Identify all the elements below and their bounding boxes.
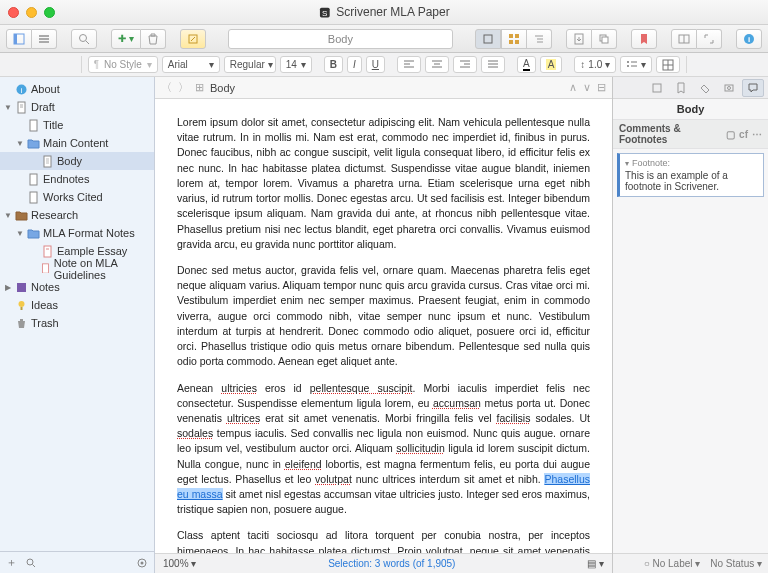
trash-item-button[interactable]: [141, 29, 166, 49]
inspector-comments-tab[interactable]: [742, 79, 764, 97]
footnote-body[interactable]: This is an example of a footnote in Scri…: [625, 170, 758, 192]
chevron-down-icon[interactable]: ▾: [625, 159, 629, 168]
binder-row-main-content[interactable]: ▼Main Content: [0, 134, 154, 152]
italic-button[interactable]: I: [347, 56, 362, 73]
font-size-picker[interactable]: 14 ▾: [280, 56, 312, 73]
inspector-toggle-button[interactable]: i: [736, 29, 762, 49]
binder-row-works-cited[interactable]: Works Cited: [0, 188, 154, 206]
search-button[interactable]: [71, 29, 97, 49]
add-item-button[interactable]: ✚ ▾: [111, 29, 141, 49]
inspector-section-options[interactable]: ⋯: [752, 129, 762, 140]
status-picker[interactable]: No Status ▾: [710, 558, 762, 569]
editor-text-area[interactable]: Lorem ipsum dolor sit amet, consectetur …: [155, 99, 612, 553]
zoom-picker[interactable]: 100% ▾: [163, 558, 196, 569]
quickref-button[interactable]: [592, 29, 617, 49]
align-center-button[interactable]: [425, 56, 449, 73]
editor-view-button[interactable]: [475, 29, 501, 49]
binder-row-draft[interactable]: ▼Draft: [0, 98, 154, 116]
svg-rect-14: [515, 40, 519, 44]
inspector-bookmarks-tab[interactable]: [670, 79, 692, 97]
layouts-button[interactable]: [671, 29, 697, 49]
window-title-text: Scrivener MLA Paper: [336, 5, 449, 19]
text-icon: [40, 263, 51, 276]
chevron-down-icon[interactable]: ▼: [4, 103, 12, 111]
view-mode-segment: [475, 29, 552, 49]
close-window-button[interactable]: [8, 7, 19, 18]
compile-button[interactable]: [566, 29, 592, 49]
svg-rect-59: [17, 283, 26, 292]
binder-row-research[interactable]: ▼Research: [0, 206, 154, 224]
svg-point-37: [627, 61, 629, 63]
inspector-snapshots-tab[interactable]: [718, 79, 740, 97]
inspector-metadata-tab[interactable]: [694, 79, 716, 97]
add-footnote-button[interactable]: cf: [739, 129, 748, 140]
inspector-footer: ○ No Label ▾ No Status ▾: [613, 553, 768, 573]
font-weight-picker[interactable]: Regular ▾: [224, 56, 276, 73]
binder-row-ideas[interactable]: Ideas: [0, 296, 154, 314]
nav-forward-button[interactable]: 〉: [178, 80, 189, 95]
outline-view-button[interactable]: [527, 29, 552, 49]
prev-doc-button[interactable]: ∧: [569, 81, 577, 94]
binder-row-trash[interactable]: Trash: [0, 314, 154, 332]
binder-row-about[interactable]: iAbout: [0, 80, 154, 98]
binder-row-mla-notes[interactable]: ▼MLA Format Notes: [0, 224, 154, 242]
binder-tree[interactable]: iAbout ▼Draft Title ▼Main Content Body E…: [0, 77, 154, 551]
chevron-down-icon[interactable]: ▼: [16, 229, 24, 237]
folder-icon: [27, 227, 40, 240]
toolbar-title-field[interactable]: Body: [228, 29, 453, 49]
next-doc-button[interactable]: ∨: [583, 81, 591, 94]
ideas-icon: [15, 299, 28, 312]
minimize-window-button[interactable]: [26, 7, 37, 18]
document-icon: [41, 155, 54, 168]
doc-path-icon[interactable]: ⊞: [195, 81, 204, 94]
nav-back-button[interactable]: 〈: [161, 80, 172, 95]
footnote-item[interactable]: ▾Footnote: This is an example of a footn…: [617, 153, 764, 197]
binder-row-endnotes[interactable]: Endnotes: [0, 170, 154, 188]
label-picker[interactable]: ○ No Label ▾: [644, 558, 701, 569]
bold-button[interactable]: B: [324, 56, 343, 73]
collections-toggle-button[interactable]: [32, 29, 57, 49]
editor-footer: 100% ▾ Selection: 3 words (of 1,905) ▤ ▾: [155, 553, 612, 573]
highlight-color-button[interactable]: A: [540, 56, 563, 73]
svg-rect-10: [484, 35, 492, 43]
svg-rect-58: [42, 263, 48, 272]
underline-button[interactable]: U: [366, 56, 385, 73]
chevron-down-icon[interactable]: ▼: [4, 211, 12, 219]
align-left-button[interactable]: [397, 56, 421, 73]
binder-options-button[interactable]: [136, 557, 148, 569]
line-spacing-picker[interactable]: ↕ 1.0 ▾: [574, 56, 616, 73]
add-binder-item-button[interactable]: ＋: [6, 555, 17, 570]
svg-rect-5: [39, 38, 49, 40]
bookmark-button[interactable]: [631, 29, 657, 49]
table-button[interactable]: [656, 56, 680, 73]
list-button[interactable]: ▾: [620, 56, 652, 73]
compose-button[interactable]: [180, 29, 206, 49]
binder-row-body[interactable]: Body: [0, 152, 154, 170]
binder-search-button[interactable]: [25, 557, 37, 569]
footer-options-button[interactable]: ▤ ▾: [587, 558, 604, 569]
svg-line-63: [33, 564, 36, 567]
maximize-window-button[interactable]: [44, 7, 55, 18]
chevron-right-icon[interactable]: ▶: [4, 283, 12, 291]
font-family-picker[interactable]: Arial ▾: [162, 56, 220, 73]
style-picker[interactable]: ¶ No Style ▾: [88, 56, 158, 73]
svg-rect-11: [509, 34, 513, 38]
split-editor-button[interactable]: ⊟: [597, 81, 606, 94]
binder-row-title[interactable]: Title: [0, 116, 154, 134]
binder-row-mla-guidelines[interactable]: Note on MLA Guidelines: [0, 260, 154, 278]
view-mode-left-group: [6, 29, 57, 49]
binder-toggle-button[interactable]: [6, 29, 32, 49]
add-comment-button[interactable]: ▢: [726, 129, 735, 140]
corkboard-view-button[interactable]: [501, 29, 527, 49]
svg-point-62: [27, 559, 33, 565]
selected-text[interactable]: Phasellus eu massa: [177, 473, 590, 500]
inspector-notes-tab[interactable]: [646, 79, 668, 97]
align-justify-button[interactable]: [481, 56, 505, 73]
full-screen-button[interactable]: [697, 29, 722, 49]
info-icon: i: [15, 83, 28, 96]
editor-header: 〈 〉 ⊞ Body ∧ ∨ ⊟: [155, 77, 612, 99]
chevron-down-icon[interactable]: ▼: [16, 139, 24, 147]
editor-header-title[interactable]: Body: [210, 82, 235, 94]
align-right-button[interactable]: [453, 56, 477, 73]
text-color-button[interactable]: A: [517, 56, 536, 73]
